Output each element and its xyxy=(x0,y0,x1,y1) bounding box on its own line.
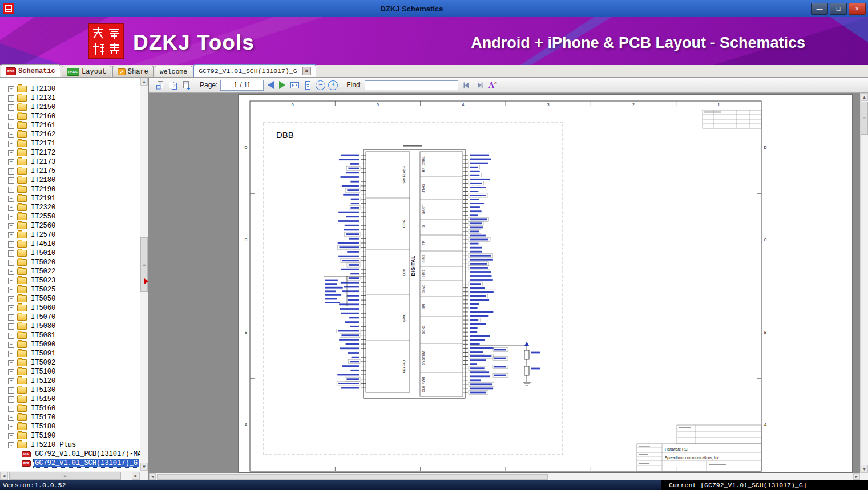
tree-item[interactable]: +IT5100 xyxy=(0,367,140,376)
continuous-pages-icon[interactable] xyxy=(181,80,191,90)
tree-item[interactable]: +IT5092 xyxy=(0,358,140,367)
match-case-icon[interactable]: Aa xyxy=(488,80,497,90)
close-tab-icon[interactable]: × xyxy=(302,67,311,75)
tree-item[interactable]: +IT5025 xyxy=(0,285,140,294)
expand-icon[interactable]: + xyxy=(8,415,14,421)
expand-icon[interactable]: + xyxy=(8,168,14,175)
tree-item[interactable]: -IT5210 Plus xyxy=(0,440,140,449)
maximize-button[interactable]: □ xyxy=(830,3,847,15)
document-canvas[interactable]: 654321DDCCBBAADBBSPI FLASHCCIRLCMGPIOKEY… xyxy=(149,93,860,473)
expand-icon[interactable]: + xyxy=(8,296,14,302)
expand-icon[interactable]: + xyxy=(8,187,14,193)
doc-tab-current[interactable]: GC792_V1.01_SCH(131017)_G × xyxy=(193,64,316,77)
expand-icon[interactable]: + xyxy=(8,287,14,293)
scroll-left-icon[interactable]: ◄ xyxy=(149,473,156,480)
zoom-in-button[interactable]: + xyxy=(328,80,338,90)
tree-item[interactable]: +IT2160 xyxy=(0,112,140,121)
tree-item[interactable]: +IT5091 xyxy=(0,349,140,358)
expand-icon[interactable]: + xyxy=(8,260,14,266)
tree-item[interactable]: +IT5150 xyxy=(0,395,140,404)
facing-pages-icon[interactable] xyxy=(168,80,178,90)
expand-icon[interactable]: + xyxy=(8,333,14,339)
tree-item[interactable]: +IT5180 xyxy=(0,422,140,431)
scroll-right-icon[interactable]: ► xyxy=(853,473,860,480)
expand-icon[interactable]: + xyxy=(8,387,14,394)
tab-schematic[interactable]: PDF Schematic xyxy=(1,64,60,77)
find-previous-icon[interactable] xyxy=(461,80,471,90)
tree-item[interactable]: +IT2320 xyxy=(0,203,140,212)
expand-icon[interactable]: + xyxy=(8,214,14,220)
tree-item[interactable]: +IT5070 xyxy=(0,313,140,322)
expand-icon[interactable]: + xyxy=(8,159,14,165)
expand-icon[interactable]: + xyxy=(8,433,14,439)
page-number-input[interactable]: 1 / 11 xyxy=(220,80,264,91)
tree-item[interactable]: +IT2570 xyxy=(0,230,140,240)
expand-icon[interactable]: + xyxy=(8,95,14,102)
expand-icon[interactable]: + xyxy=(8,360,14,366)
tree-item[interactable]: +IT2131 xyxy=(0,94,140,103)
tree-item[interactable]: +IT2130 xyxy=(0,84,140,94)
expand-icon[interactable]: + xyxy=(8,378,14,384)
viewer-horizontal-scrollbar[interactable]: ◄ ► xyxy=(149,473,860,480)
scrollbar-thumb[interactable] xyxy=(157,474,548,480)
find-next-icon[interactable] xyxy=(474,80,485,90)
scroll-right-icon[interactable]: ► xyxy=(132,472,140,480)
tree-item[interactable]: +IT2191 xyxy=(0,194,140,203)
scroll-down-icon[interactable]: ▼ xyxy=(861,465,868,473)
tree-item[interactable]: +IT5050 xyxy=(0,294,140,303)
expand-icon[interactable]: + xyxy=(8,232,14,238)
expand-icon[interactable]: + xyxy=(8,196,14,202)
tree-item[interactable]: +IT2173 xyxy=(0,157,140,167)
tree-item[interactable]: +IT2560 xyxy=(0,221,140,230)
minimize-button[interactable]: — xyxy=(811,3,828,15)
tab-share[interactable]: ↗ Share xyxy=(112,66,154,77)
find-input[interactable] xyxy=(365,80,458,90)
doc-tab-welcome[interactable]: Welcome xyxy=(155,66,192,77)
tree-doc-item[interactable]: PDFGC792_V1.01_SCH(131017)_G xyxy=(0,459,140,468)
expand-icon[interactable]: + xyxy=(8,150,14,156)
tree-item[interactable]: +IT5160 xyxy=(0,404,140,413)
expand-icon[interactable]: + xyxy=(8,205,14,211)
scroll-up-icon[interactable]: ▲ xyxy=(140,78,148,86)
tree-item[interactable]: +IT5130 xyxy=(0,386,140,395)
expand-icon[interactable]: + xyxy=(8,278,14,284)
expand-icon[interactable]: + xyxy=(8,323,14,330)
tree-item[interactable]: +IT5010 xyxy=(0,249,140,258)
previous-page-button[interactable] xyxy=(268,81,274,89)
expand-icon[interactable]: + xyxy=(8,123,14,129)
tree-item[interactable]: +IT4510 xyxy=(0,240,140,249)
scroll-left-icon[interactable]: ◄ xyxy=(0,472,8,480)
next-page-button[interactable] xyxy=(279,81,285,89)
sidebar-horizontal-scrollbar[interactable]: ◄ ≡ ► xyxy=(0,471,140,480)
expand-icon[interactable]: + xyxy=(8,132,14,138)
tree-item[interactable]: +IT5022 xyxy=(0,267,140,276)
expand-icon[interactable]: + xyxy=(8,342,14,348)
expand-icon[interactable]: + xyxy=(8,305,14,311)
tree-item[interactable]: +IT5081 xyxy=(0,331,140,340)
sidebar-collapse-arrow[interactable] xyxy=(144,278,148,284)
viewer-vertical-scrollbar[interactable]: ▲ ≡ ▼ xyxy=(860,93,868,473)
tree-item[interactable]: +IT5170 xyxy=(0,413,140,422)
scroll-up-icon[interactable]: ▲ xyxy=(861,93,868,101)
tree-item[interactable]: +IT2190 xyxy=(0,185,140,194)
expand-icon[interactable]: + xyxy=(8,141,14,147)
tree-item[interactable]: +IT2550 xyxy=(0,212,140,221)
tree-item[interactable]: +IT2171 xyxy=(0,139,140,148)
schematic-page[interactable]: 654321DDCCBBAADBBSPI FLASHCCIRLCMGPIOKEY… xyxy=(239,95,852,472)
sidebar-vertical-scrollbar[interactable]: ▲ ≡ ▼ xyxy=(140,78,148,471)
scrollbar-thumb[interactable]: ≡ xyxy=(9,472,121,480)
tree-item[interactable]: +IT2180 xyxy=(0,176,140,185)
expand-icon[interactable]: + xyxy=(8,241,14,248)
tree-item[interactable]: +IT2175 xyxy=(0,167,140,176)
tree-item[interactable]: +IT2172 xyxy=(0,148,140,157)
tab-layout[interactable]: PADS Layout xyxy=(62,66,111,77)
expand-icon[interactable]: + xyxy=(8,177,14,184)
expand-icon[interactable]: + xyxy=(8,114,14,120)
tree-item[interactable]: +IT2150 xyxy=(0,103,140,112)
expand-icon[interactable]: + xyxy=(8,269,14,275)
tree-doc-item[interactable]: PDFGC792_V1.01_PCB(131017)-MARK xyxy=(0,449,140,459)
expand-icon[interactable]: + xyxy=(8,250,14,257)
expand-icon[interactable]: + xyxy=(8,223,14,229)
tree-item[interactable]: +IT5060 xyxy=(0,303,140,313)
expand-icon[interactable]: + xyxy=(8,314,14,321)
